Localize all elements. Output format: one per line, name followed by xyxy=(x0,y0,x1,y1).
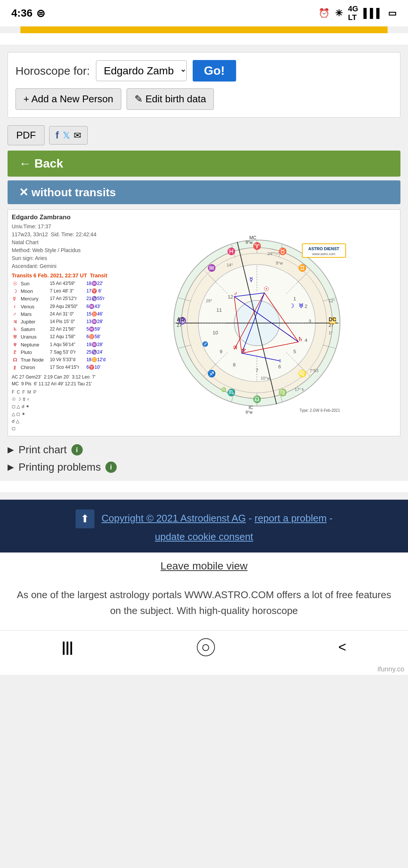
horoscope-row: Horoscope for: Edgardo Zamb Go! xyxy=(15,60,393,82)
svg-text:ASTRO DIENST: ASTRO DIENST xyxy=(308,246,339,251)
svg-text:2: 2 xyxy=(304,303,307,309)
planet-row: ♅Uranus12 Aqu 1'58"6♉58' xyxy=(12,333,110,341)
action-buttons: + Add a New Person ✎ Edit birth data xyxy=(15,88,393,110)
person-select[interactable]: Edgardo Zamb xyxy=(96,60,187,81)
alarm-icon: ⏰ xyxy=(318,8,330,18)
planet-row: ⚷Chiron17 Sco 44'15"r6♈10' xyxy=(12,364,110,371)
time-display: 4:36 xyxy=(11,7,32,19)
print-chart-label: Print chart xyxy=(19,444,67,456)
gold-bar xyxy=(20,26,388,33)
planet-row: ♄Saturn22 Ari 21'56"5♒59' xyxy=(12,326,110,333)
email-icon[interactable]: ✉ xyxy=(74,130,81,141)
data-icon: 4GLT xyxy=(348,5,358,22)
svg-text:8: 8 xyxy=(233,362,235,368)
planet-table: ☉Sun15 Ari 43'59"18♒22'☽Moon7 Leo 48' 3"… xyxy=(12,280,110,371)
svg-text:9°w: 9°w xyxy=(276,261,283,265)
go-button[interactable]: Go! xyxy=(193,60,236,82)
svg-text:1°: 1° xyxy=(329,331,333,335)
print-chart-info-icon[interactable]: i xyxy=(71,444,83,456)
aspect-grid: FCFMP ☉ ☽ ☿ ♀ ◻ △ ☌ ✶ △ ◻ ✶ ☌ △ ◻ xyxy=(12,389,110,432)
svg-text:www.astro.com: www.astro.com xyxy=(312,252,335,256)
svg-text:♌: ♌ xyxy=(298,369,307,378)
chart-person-name: Edgardo Zambrano xyxy=(12,214,110,221)
main-content-card: Horoscope for: Edgardo Zamb Go! + Add a … xyxy=(8,52,400,118)
svg-text:♍: ♍ xyxy=(278,388,287,397)
signal-icon: ▌▌▌ xyxy=(363,8,383,18)
svg-text:♄: ♄ xyxy=(298,336,303,342)
svg-text:14°: 14° xyxy=(227,263,233,267)
svg-text:9: 9 xyxy=(219,349,222,354)
print-chart-item[interactable]: ▶ Print chart i xyxy=(8,444,400,456)
nav-home-button[interactable]: ○ xyxy=(197,638,215,656)
svg-text:♈: ♈ xyxy=(253,242,261,250)
printing-problems-info-icon[interactable]: i xyxy=(105,462,117,473)
status-right: ⏰ ✳ 4GLT ▌▌▌ ▭ xyxy=(318,5,397,22)
chart-univ-time: Univ.Time: 17:37 117w23, 33n12 Sid. Time… xyxy=(12,223,110,270)
copyright-link[interactable]: Copyright © 2021 Astrodienst AG xyxy=(102,512,246,524)
svg-text:7: 7 xyxy=(255,368,258,373)
bluetooth-icon: ✳ xyxy=(335,8,343,18)
svg-text:11: 11 xyxy=(216,307,222,313)
share-bar: PDF f 𝕏 ✉ xyxy=(8,125,400,145)
svg-text:12°: 12° xyxy=(329,299,335,303)
chart-right-panel: ♈ ♉ ♊ ♋ ♌ ♍ ♎ ♏ ♐ ♑ ♒ ♓ ☉ ♂ xyxy=(114,210,400,436)
svg-text:♀: ♀ xyxy=(278,357,282,364)
printing-problems-arrow: ▶ xyxy=(8,462,14,472)
planet-row: ♂Mars24 Ari 31' 0"15♉46' xyxy=(12,311,110,318)
planet-row: ☉Sun15 Ari 43'59"18♒22' xyxy=(12,280,110,288)
social-icons: f 𝕏 ✉ xyxy=(49,126,88,145)
svg-text:27: 27 xyxy=(329,323,334,328)
svg-text:27: 27 xyxy=(177,323,182,328)
svg-text:♒: ♒ xyxy=(207,264,216,272)
svg-text:6: 6 xyxy=(278,364,281,369)
svg-text:♃: ♃ xyxy=(232,344,238,351)
svg-text:10: 10 xyxy=(213,330,218,336)
twitter-icon[interactable]: 𝕏 xyxy=(63,130,70,141)
facebook-icon[interactable]: f xyxy=(56,129,59,141)
status-left: 4:36 ⊜ xyxy=(11,7,45,20)
svg-text:♏: ♏ xyxy=(227,388,236,397)
svg-text:♆: ♆ xyxy=(241,347,246,354)
svg-text:♊: ♊ xyxy=(298,264,307,272)
svg-text:9°w: 9°w xyxy=(246,410,253,414)
edit-birth-button[interactable]: ✎ Edit birth data xyxy=(127,88,214,110)
print-section: ▶ Print chart i ▶ Printing problems i xyxy=(8,444,400,473)
svg-text:Type: 2.GW  6-Feb-2021: Type: 2.GW 6-Feb-2021 xyxy=(300,408,340,412)
watermark: ifunny.co xyxy=(0,664,408,675)
bottom-nav: ||| ○ < xyxy=(0,630,408,664)
svg-text:AC: AC xyxy=(177,316,184,322)
svg-text:29°: 29° xyxy=(206,299,212,303)
report-problem-link[interactable]: report a problem xyxy=(255,512,327,524)
battery-icon: ▭ xyxy=(388,8,397,18)
planet-row: ♀Venus29 Aqu 28'50"6♒43' xyxy=(12,303,110,311)
svg-text:3: 3 xyxy=(308,319,311,324)
add-person-button[interactable]: + Add a New Person xyxy=(15,88,121,110)
planet-row: ☊True Node10 Vir 5'33"d18♊12'd xyxy=(12,356,110,364)
svg-text:DC: DC xyxy=(329,316,336,322)
svg-text:♅: ♅ xyxy=(298,303,304,309)
svg-text:1: 1 xyxy=(293,296,296,302)
natal-chart-svg: ♈ ♉ ♊ ♋ ♌ ♍ ♎ ♏ ♐ ♑ ♒ ♓ ☉ ♂ xyxy=(166,232,348,414)
no-transits-button[interactable]: ✕ without transits xyxy=(8,180,400,204)
planet-row: ♇Pluto7 Sag 53' 0"r25♑24' xyxy=(12,349,110,356)
nav-menu-button[interactable]: ||| xyxy=(62,639,73,655)
back-button[interactable]: ← Back xyxy=(8,151,400,177)
svg-text:♂: ♂ xyxy=(233,291,238,297)
svg-text:IC: IC xyxy=(249,405,253,410)
update-cookie-link[interactable]: update cookie consent xyxy=(155,531,253,542)
chart-left-panel: Edgardo Zambrano Univ.Time: 17:37 117w23… xyxy=(8,210,114,436)
chart-container: Edgardo Zambrano Univ.Time: 17:37 117w23… xyxy=(8,209,400,436)
chart-angles: AC 27 Gem23' 2:19 Can 20' 3:12 Leo 7' MC… xyxy=(12,374,110,387)
svg-text:♍: ♍ xyxy=(221,387,226,392)
leave-mobile-view[interactable]: Leave mobile view xyxy=(0,553,408,580)
svg-text:♓: ♓ xyxy=(227,247,236,255)
printing-problems-item[interactable]: ▶ Printing problems i xyxy=(8,461,400,473)
nav-back-button[interactable]: < xyxy=(338,639,346,655)
footer-description: As one of the largest astrology portals … xyxy=(0,580,408,630)
pdf-button[interactable]: PDF xyxy=(8,125,45,145)
svg-text:10°w: 10°w xyxy=(261,376,270,380)
svg-text:12: 12 xyxy=(228,294,233,300)
natal-chart-area: Edgardo Zambrano Univ.Time: 17:37 117w23… xyxy=(8,210,400,436)
footer-dark: ⬆ Copyright © 2021 Astrodienst AG - repo… xyxy=(0,500,408,553)
status-bar: 4:36 ⊜ ⏰ ✳ 4GLT ▌▌▌ ▭ xyxy=(0,0,408,26)
